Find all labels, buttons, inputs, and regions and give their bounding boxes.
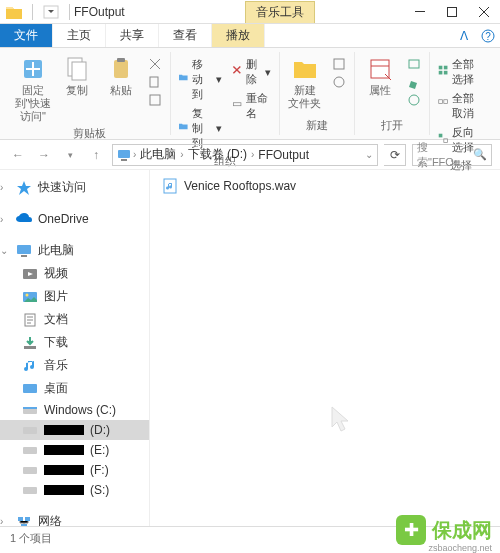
svg-point-17	[409, 95, 419, 105]
svg-rect-29	[21, 255, 27, 257]
address-dropdown-icon[interactable]: ⌄	[365, 149, 373, 160]
shortcut-button[interactable]	[146, 92, 164, 108]
minimize-button[interactable]	[404, 0, 436, 24]
svg-rect-11	[150, 95, 160, 105]
file-name: Venice Rooftops.wav	[184, 179, 296, 193]
newitem-button[interactable]	[330, 56, 348, 72]
sidebar-music[interactable]: 音乐	[0, 354, 149, 377]
ribbon-group-organize: 移动到 ▾ 复制到 ▾ 删除 ▾ 重命名 组织	[171, 52, 280, 135]
recent-dropdown[interactable]: ▾	[60, 145, 80, 165]
cut-button[interactable]	[146, 56, 164, 72]
sidebar-quickaccess[interactable]: ›快速访问	[0, 176, 149, 199]
sidebar-downloads[interactable]: 下载	[0, 331, 149, 354]
crumb-folder[interactable]: FFOutput	[256, 148, 311, 162]
tab-view[interactable]: 查看	[159, 24, 212, 47]
rename-button[interactable]: 重命名	[230, 90, 273, 122]
crumb-drive[interactable]: 下载卷 (D:)	[186, 146, 249, 163]
svg-rect-2	[448, 7, 457, 16]
copy-button[interactable]: 复制	[58, 56, 96, 97]
up-button[interactable]: ↑	[86, 145, 106, 165]
cursor-icon	[330, 405, 354, 435]
file-list[interactable]: Venice Rooftops.wav	[150, 170, 500, 526]
svg-rect-9	[117, 58, 125, 62]
moveto-button[interactable]: 移动到 ▾	[177, 56, 224, 103]
svg-rect-35	[23, 384, 37, 393]
sidebar-network[interactable]: ›网络	[0, 510, 149, 526]
audio-file-icon	[162, 178, 178, 194]
svg-point-32	[26, 293, 29, 296]
svg-rect-43	[25, 517, 30, 521]
svg-rect-38	[23, 427, 37, 434]
svg-rect-34	[24, 346, 36, 349]
navigation-tree[interactable]: ›快速访问 ›OneDrive ⌄此电脑 视频 图片 文档 下载 音乐 桌面 W…	[0, 170, 150, 526]
tab-file[interactable]: 文件	[0, 24, 53, 47]
sidebar-drive-s[interactable]: (S:)	[0, 480, 149, 500]
pin-button[interactable]: 固定到"快速访问"	[14, 56, 52, 124]
ribbon-group-select: 全部选择 全部取消 反向选择 选择	[430, 52, 492, 135]
paste-button[interactable]: 粘贴	[102, 56, 140, 97]
svg-rect-39	[23, 447, 37, 454]
newfolder-button[interactable]: 新建 文件夹	[286, 56, 324, 110]
svg-rect-13	[334, 59, 344, 69]
pc-icon	[117, 149, 131, 161]
tab-home[interactable]: 主页	[53, 24, 106, 47]
open-button[interactable]	[405, 56, 423, 72]
file-item[interactable]: Venice Rooftops.wav	[162, 178, 488, 194]
svg-rect-28	[17, 245, 31, 254]
sidebar-documents[interactable]: 文档	[0, 308, 149, 331]
sidebar-videos[interactable]: 视频	[0, 262, 149, 285]
svg-rect-19	[444, 66, 448, 70]
window-title: FFOutput	[74, 5, 125, 19]
svg-rect-40	[23, 467, 37, 474]
svg-rect-24	[439, 134, 443, 138]
edit-button[interactable]	[405, 74, 423, 90]
forward-button[interactable]: →	[34, 145, 54, 165]
svg-rect-20	[439, 71, 443, 75]
sidebar-pictures[interactable]: 图片	[0, 285, 149, 308]
address-bar[interactable]: › 此电脑 › 下载卷 (D:) › FFOutput ⌄	[112, 144, 378, 166]
ribbon-group-new: 新建 文件夹 新建	[280, 52, 355, 135]
svg-rect-41	[23, 487, 37, 494]
collapse-ribbon-icon[interactable]: ᐱ	[452, 24, 476, 47]
refresh-button[interactable]: ⟳	[384, 144, 406, 166]
down-caret-icon[interactable]	[43, 5, 59, 19]
copypath-button[interactable]	[146, 74, 164, 90]
watermark: ✚ 保成网 zsbaocheng.net	[396, 515, 492, 545]
sidebar-onedrive[interactable]: ›OneDrive	[0, 209, 149, 229]
selectnone-button[interactable]: 全部取消	[436, 90, 486, 122]
svg-rect-21	[444, 71, 448, 75]
maximize-button[interactable]	[436, 0, 468, 24]
history-button[interactable]	[405, 92, 423, 108]
svg-rect-1	[415, 11, 425, 12]
search-input[interactable]: 搜索"FFOu... 🔍	[412, 144, 492, 166]
crumb-pc[interactable]: 此电脑	[138, 146, 178, 163]
item-count: 1 个项目	[10, 531, 52, 546]
tab-play[interactable]: 播放	[212, 24, 265, 47]
svg-point-14	[334, 77, 344, 87]
properties-button[interactable]: 属性	[361, 56, 399, 97]
svg-rect-16	[409, 60, 419, 68]
easyaccess-button[interactable]	[330, 74, 348, 90]
svg-rect-44	[21, 524, 27, 527]
sidebar-drive-e[interactable]: (E:)	[0, 440, 149, 460]
sidebar-drive-c[interactable]: Windows (C:)	[0, 400, 149, 420]
shield-icon: ✚	[396, 515, 426, 545]
svg-rect-42	[18, 517, 23, 521]
svg-rect-18	[439, 66, 443, 70]
ribbon-group-clipboard: 固定到"快速访问" 复制 粘贴 剪贴板	[8, 52, 171, 135]
svg-rect-26	[118, 150, 130, 158]
back-button[interactable]: ←	[8, 145, 28, 165]
contextual-tab-music[interactable]: 音乐工具	[245, 1, 315, 23]
sidebar-drive-d[interactable]: (D:)	[0, 420, 149, 440]
svg-rect-12	[233, 103, 240, 106]
tab-share[interactable]: 共享	[106, 24, 159, 47]
help-icon[interactable]: ?	[476, 24, 500, 47]
sidebar-drive-f[interactable]: (F:)	[0, 460, 149, 480]
close-button[interactable]	[468, 0, 500, 24]
delete-button[interactable]: 删除 ▾	[230, 56, 273, 88]
svg-text:?: ?	[485, 31, 491, 42]
sidebar-thispc[interactable]: ⌄此电脑	[0, 239, 149, 262]
svg-rect-7	[72, 62, 86, 80]
selectall-button[interactable]: 全部选择	[436, 56, 486, 88]
sidebar-desktop[interactable]: 桌面	[0, 377, 149, 400]
